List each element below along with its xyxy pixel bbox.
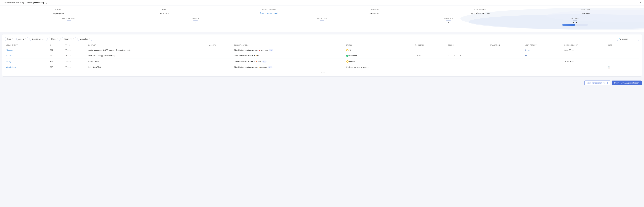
- filter-risk-level-chevron: ▾: [73, 38, 74, 40]
- excluded-divider: [446, 20, 451, 20]
- cell-status: ◑ Opened: [345, 59, 414, 64]
- filter-risk-level[interactable]: Risk level ▾: [62, 37, 76, 41]
- deadline-value: 2024-08-30: [369, 12, 380, 14]
- filter-assets-chevron: ▾: [25, 38, 26, 40]
- cell-id: 304: [48, 47, 64, 53]
- summary-submitted: SUBMITTED 1: [259, 18, 385, 26]
- more-menu-icon[interactable]: ⋮: [627, 55, 629, 57]
- level-icon: ≡: [256, 55, 257, 57]
- responsible-value: John Alexander Doe: [470, 12, 490, 14]
- status-icon-check: ✓: [346, 55, 348, 57]
- cell-entity: GAMIC: [5, 53, 48, 59]
- cell-contact: Alexander Lanng (GDPR contact): [87, 53, 208, 59]
- note-icon[interactable]: 📋: [608, 66, 610, 68]
- cell-evaluation: [488, 47, 523, 53]
- filter-evaluation-chevron: ▾: [90, 38, 90, 40]
- search-box[interactable]: 🔍: [616, 37, 639, 41]
- cell-classification: GDPR Risk Classification 2: ≡ Moderate: [233, 53, 345, 59]
- table-header-row: LEGAL ENTITY ↑ ID TYPE CONTACT ASSETS CL…: [5, 43, 639, 47]
- classification-text: Classification of data processor:: [234, 49, 258, 51]
- progress-bar-background: [562, 24, 588, 26]
- sort-icon[interactable]: ↑: [19, 44, 20, 46]
- breadcrumb: External audits (SMEDIA) › Audits (2024-…: [3, 2, 47, 4]
- deadline-label: DEADLINE: [371, 8, 379, 10]
- legal-entities-label: LEGAL ENTITIES: [62, 18, 76, 19]
- classification-badge: ≡ Moderate: [256, 55, 264, 57]
- progress-label: PROGRESS: [570, 18, 580, 19]
- summary-sent-from: SENT FROM SMEDIA: [533, 8, 638, 14]
- bottom-actions: View management report Download manageme…: [0, 79, 644, 87]
- external-link-icon[interactable]: ➚: [639, 1, 641, 4]
- cell-score: [446, 47, 488, 53]
- cell-type: Vendor: [64, 59, 87, 64]
- cell-id: 306: [48, 59, 64, 64]
- status-value: In progress: [53, 12, 64, 14]
- col-actions: [626, 43, 639, 47]
- entity-link[interactable]: Alphabet: [6, 49, 13, 51]
- responsible-divider: [478, 11, 482, 11]
- cell-status: ◑ 1/1: [345, 47, 414, 53]
- summary-responsible: RESPONSIBLE John Alexander Doe: [428, 8, 533, 14]
- view-icon[interactable]: 👁: [524, 49, 527, 51]
- level-icon: ▲: [256, 60, 258, 62]
- more-menu-icon[interactable]: ⋮: [627, 49, 629, 51]
- col-risk-level: RISK LEVEL: [414, 43, 446, 47]
- summary-deadline: DEADLINE 2024-08-30: [322, 8, 428, 14]
- view-icon[interactable]: 👁: [524, 55, 527, 57]
- cell-entity: Lamigoo: [5, 59, 48, 64]
- filter-risk-level-label: Risk level: [64, 38, 72, 40]
- sent-from-divider: [584, 11, 588, 11]
- sent-from-label: SENT FROM: [581, 8, 590, 10]
- summary-row-1: STATUS In progress SENT 2024-08-06 AUDIT…: [6, 8, 638, 14]
- filter-type[interactable]: Type ▾: [5, 37, 15, 41]
- more-menu-icon[interactable]: ⋮: [627, 60, 629, 63]
- summary-opened: OPENED 2: [132, 18, 259, 26]
- cell-id: 307: [48, 64, 64, 70]
- search-input[interactable]: [622, 38, 636, 40]
- cell-note: 📋: [606, 64, 626, 70]
- filters-row: Type ▾ Assets ▾ Classifications ▾ Status…: [5, 37, 639, 41]
- entity-link[interactable]: Lamigoo: [6, 60, 13, 62]
- top-bar: External audits (SMEDIA) › Audits (2024-…: [0, 0, 644, 6]
- filter-evaluation-label: Evaluation: [80, 38, 88, 40]
- entity-link[interactable]: GAMIC: [6, 55, 12, 57]
- entity-link[interactable]: Webdigital.io: [6, 66, 16, 68]
- more-menu-icon[interactable]: ⋮: [627, 66, 629, 68]
- filter-status[interactable]: Status ▾: [49, 37, 60, 41]
- breadcrumb-parent[interactable]: External audits (SMEDIA): [3, 2, 24, 4]
- progress-divider: [573, 20, 577, 20]
- summary-row-2: LEGAL ENTITIES 4 OPENED 2 SUBMITTED 1 EX…: [6, 18, 638, 26]
- filter-classifications[interactable]: Classifications ▾: [30, 37, 48, 41]
- progress-percent: 50 %: [573, 21, 577, 24]
- cell-more: ⋮: [626, 59, 639, 64]
- filter-evaluation[interactable]: Evaluation ▾: [78, 37, 92, 41]
- filter-assets[interactable]: Assets ▾: [16, 37, 28, 41]
- cell-assets: [208, 64, 233, 70]
- col-audit-report: AUDIT REPORT: [523, 43, 563, 47]
- template-link[interactable]: Data processor audit: [260, 12, 278, 14]
- info-icon[interactable]: i: [44, 2, 47, 4]
- col-contact: CONTACT: [87, 43, 208, 47]
- view-management-report-button[interactable]: View management report: [584, 81, 610, 85]
- cell-audit-report: [523, 59, 563, 64]
- cell-assets: [208, 47, 233, 53]
- table-body: Alphabet 304 Vendor Anette Mogensen (GDP…: [5, 47, 639, 70]
- cell-type: Vendor: [64, 47, 87, 53]
- cell-type: Vendor: [64, 53, 87, 59]
- download-icon[interactable]: ⬇: [528, 49, 530, 51]
- status-text: 1/1: [350, 49, 352, 51]
- cell-type: Vendor: [64, 64, 87, 70]
- classification-plus: + 6: [269, 49, 273, 51]
- classification-text: Classification of data processor:: [234, 66, 258, 68]
- classification-plus: + 1: [262, 60, 267, 62]
- cell-reminder-sent: [563, 53, 606, 59]
- cell-audit-report: 👁 ⬇: [523, 47, 563, 53]
- col-score: SCORE: [446, 43, 488, 47]
- cell-reminder-sent: [563, 64, 606, 70]
- submitted-divider: [320, 20, 324, 20]
- summary-excluded: EXCLUDED 1: [385, 18, 512, 26]
- download-management-report-button[interactable]: Download management report: [612, 81, 642, 85]
- download-icon[interactable]: ⬇: [528, 54, 530, 57]
- sent-label: SENT: [162, 8, 166, 10]
- classification-plus: + 6: [268, 66, 272, 68]
